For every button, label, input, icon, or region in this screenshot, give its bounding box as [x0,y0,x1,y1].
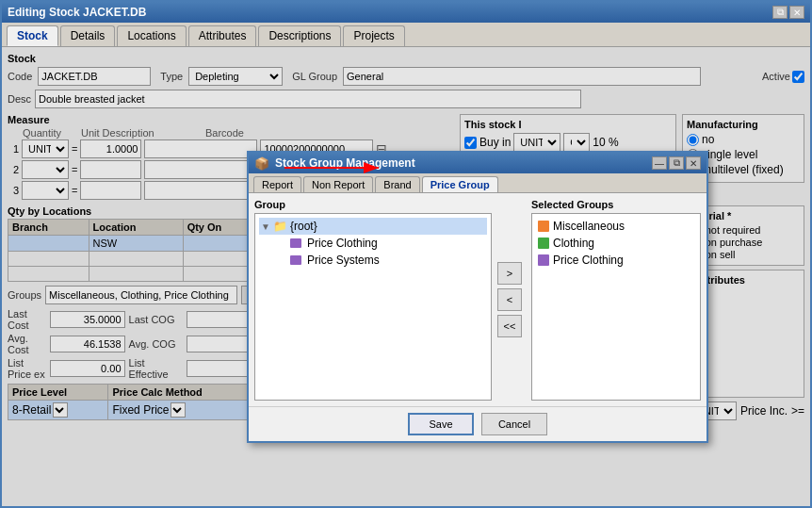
group-tree-section: Group ▼ 📁 {root} [254,199,492,401]
tab-attributes[interactable]: Attributes [188,25,257,46]
restore-button[interactable]: ⧉ [772,6,788,19]
group-item-misc[interactable]: Miscellaneous [536,218,696,235]
close-button[interactable]: ✕ [789,6,804,19]
dialog-title-container: 📦 Stock Group Management [254,156,415,171]
dialog-tab-report[interactable]: Report [253,176,301,192]
tab-descriptions[interactable]: Descriptions [258,25,341,46]
dialog-tab-brand[interactable]: Brand [375,176,419,192]
selected-groups-label: Selected Groups [531,199,701,210]
dialog-footer: Save Cancel [249,406,706,441]
dialog-title-bar: 📦 Stock Group Management — ⧉ ✕ [249,153,706,173]
tab-stock[interactable]: Stock [7,25,58,46]
tab-projects[interactable]: Projects [343,25,404,46]
dialog-tab-price-group[interactable]: Price Group [422,176,498,192]
stock-group-dialog: 📦 Stock Group Management — ⧉ ✕ Report No… [247,151,708,443]
tree-root-label: {root} [290,220,317,233]
dialog-title-text: Stock Group Management [275,156,415,170]
dialog-controls: — ⧉ ✕ [652,156,701,170]
tree-label-price-clothing: Price Clothing [307,237,378,250]
add-button[interactable]: > [497,262,522,285]
tree-children: Price Clothing Price Systems [259,235,487,269]
tree-container[interactable]: ▼ 📁 {root} Price Clothing [254,213,492,401]
tree-root[interactable]: ▼ 📁 {root} [259,218,487,235]
dialog-close-button[interactable]: ✕ [686,156,701,170]
selected-groups-container[interactable]: Miscellaneous Clothing Price Clothing [531,213,701,401]
main-window: Editing Stock JACKET.DB ⧉ ✕ Stock Detail… [0,0,812,508]
group-label: Group [254,199,492,210]
dialog-restore-button[interactable]: ⧉ [669,156,684,170]
group-item-price-clothing[interactable]: Price Clothing [536,252,696,269]
cancel-button[interactable]: Cancel [481,413,547,435]
title-bar-controls: ⧉ ✕ [772,6,804,19]
tree-label-price-systems: Price Systems [307,254,380,267]
price-clothing-color-icon [538,254,549,266]
misc-color-icon [538,221,549,232]
save-button[interactable]: Save [408,413,474,435]
selected-groups-section: Selected Groups Miscellaneous Clothing [531,199,701,401]
dialog-body: Group ▼ 📁 {root} [249,193,706,406]
arrow-buttons: > < << [497,199,526,401]
folder-purple-icon [290,238,301,248]
title-bar: Editing Stock JACKET.DB ⧉ ✕ [2,2,810,23]
dialog-minimize-button[interactable]: — [652,156,667,170]
window-title: Editing Stock JACKET.DB [8,6,146,19]
misc-label: Miscellaneous [553,220,625,233]
clothing-label: Clothing [553,237,594,250]
remove-button[interactable]: < [497,288,522,311]
group-item-clothing[interactable]: Clothing [536,235,696,252]
folder-purple-icon-2 [290,255,301,265]
tab-locations[interactable]: Locations [117,25,186,46]
expand-icon: ▼ [261,221,270,232]
price-clothing-label: Price Clothing [553,254,624,267]
clothing-color-icon [538,238,549,249]
content-area: Stock Code Type Depleting GL Group Activ… [2,47,810,506]
dialog-tabs: Report Non Report Brand Price Group [249,173,706,193]
folder-icon-root: 📁 [273,220,287,233]
tab-bar: Stock Details Locations Attributes Descr… [2,23,810,47]
remove-all-button[interactable]: << [497,315,522,337]
dialog-icon: 📦 [254,156,269,171]
dialog-tab-non-report[interactable]: Non Report [303,176,373,192]
tab-details[interactable]: Details [60,25,116,46]
tree-item-price-systems[interactable]: Price Systems [276,252,487,269]
tree-item-price-clothing[interactable]: Price Clothing [276,235,487,252]
